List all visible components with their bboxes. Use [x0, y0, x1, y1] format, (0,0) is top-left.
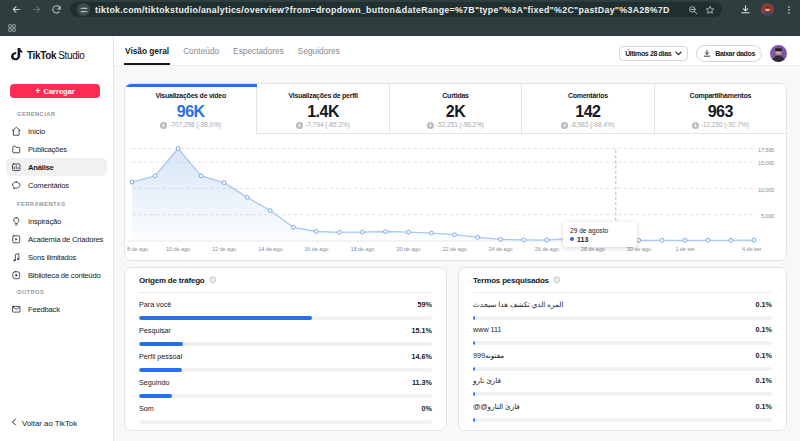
sidebar-item-analise[interactable]: Análise: [6, 158, 107, 176]
apps-grid-icon[interactable]: [7, 23, 17, 33]
academy-icon: [11, 234, 22, 245]
line-chart-svg: 5,00010,00015,00017,5958 de ago10 de ago…: [125, 134, 786, 260]
sidebar-item-inicio[interactable]: Início: [6, 122, 107, 140]
sidebar-item-biblioteca[interactable]: Biblioteca de conteúdo: [6, 266, 107, 284]
metric-card-curtidas[interactable]: Curtidas2K-52,251 (-96.2%): [390, 84, 522, 134]
traffic-row: Perfil pessoal14.6%: [139, 352, 432, 373]
sidebar-item-feedback[interactable]: Feedback: [6, 300, 107, 318]
metric-card-coment-rios[interactable]: Comentários142-8,983 (-98.4%): [522, 84, 654, 134]
posts-icon: [11, 144, 22, 155]
svg-text:22 de ago: 22 de ago: [443, 246, 467, 252]
progress-bar: [139, 394, 432, 399]
decrease-icon: [296, 122, 303, 129]
svg-text:10,000: 10,000: [758, 187, 774, 193]
chevron-down-icon: [675, 51, 682, 56]
traffic-source-card: Origem de tráfego Para você59%Pesquisar1…: [124, 267, 447, 431]
sidebar-item-comentarios[interactable]: Comentários: [6, 176, 107, 194]
svg-text:24 de ago: 24 de ago: [489, 246, 513, 252]
overview-panel: Visualizações de vídeo96K-707,298 (-88.0…: [124, 83, 787, 261]
metric-card-compartilhamentos[interactable]: Compartilhamentos963-12,250 (-92.7%): [655, 84, 786, 134]
tab-seguidores[interactable]: Seguidores: [297, 36, 341, 65]
download-icon: [703, 49, 711, 58]
browser-menu-icon[interactable]: [784, 5, 794, 15]
progress-bar: [473, 367, 772, 371]
search-term-row: مفتونه9990.1%: [473, 351, 772, 371]
progress-bar: [473, 316, 772, 320]
download-data-button[interactable]: Baixar dados: [696, 45, 762, 62]
browser-profile-avatar[interactable]: [761, 3, 774, 16]
content-library-icon: [11, 270, 22, 281]
tab-vis-o-geral[interactable]: Visão geral: [124, 36, 170, 65]
svg-text:4 de set: 4 de set: [742, 246, 762, 252]
svg-text:18 de ago: 18 de ago: [350, 246, 374, 252]
svg-text:15,000: 15,000: [758, 160, 774, 166]
sidebar-nav: GERENCIARInícioPublicaçõesAnáliseComentá…: [0, 98, 113, 441]
nav-section-label: OUTROS: [17, 288, 107, 296]
back-to-tiktok-link[interactable]: Voltar ao TikTok: [0, 418, 113, 428]
sidebar-item-academia[interactable]: Academia de Criadores: [6, 230, 107, 248]
svg-text:5,000: 5,000: [761, 213, 774, 219]
zoom-icon[interactable]: [688, 5, 698, 15]
url-text[interactable]: tiktok.com/tiktokstudio/analytics/overvi…: [95, 5, 682, 15]
chevron-left-icon: [11, 418, 17, 428]
upload-button[interactable]: +Carregar: [10, 84, 100, 98]
browser-back-icon[interactable]: [10, 2, 22, 18]
sidebar-item-inspiracao[interactable]: Inspiração: [6, 212, 107, 230]
page-header: Visão geralConteúdoEspectadoresSeguidore…: [114, 36, 800, 66]
sidebar: TikTokStudio +Carregar GERENCIARInícioPu…: [0, 36, 114, 441]
search-term-row: قارئ تارو0.1%: [473, 376, 772, 396]
traffic-row: Pesquisar15.1%: [139, 326, 432, 347]
info-icon[interactable]: [209, 276, 217, 284]
chart-tooltip: 29 de agosto 113: [563, 222, 637, 247]
svg-text:16 de ago: 16 de ago: [304, 246, 328, 252]
sidebar-item-sons[interactable]: Sons ilimitados: [6, 248, 107, 266]
metric-card-visualiza-es-de-perfil[interactable]: Visualizações de perfil1.4K-7,794 (-85.2…: [257, 84, 389, 134]
logo-wordmark: TikTokStudio: [27, 50, 84, 61]
traffic-row: Para você59%: [139, 300, 432, 321]
analytics-icon: [11, 162, 22, 173]
info-icon[interactable]: [553, 276, 561, 284]
search-term-row: www 1110.1%: [473, 325, 772, 345]
browser-reload-icon[interactable]: [50, 2, 62, 18]
metric-card-visualiza-es-de-v-deo[interactable]: Visualizações de vídeo96K-707,298 (-88.0…: [125, 84, 257, 134]
bookmarks-bar: [0, 19, 800, 36]
nav-section-label: GERENCIAR: [17, 110, 107, 118]
svg-text:12 de ago: 12 de ago: [212, 246, 236, 252]
metric-strip: Visualizações de vídeo96K-707,298 (-88.0…: [125, 84, 786, 134]
tiktok-studio-logo[interactable]: TikTokStudio: [0, 36, 113, 66]
tiktok-note-icon: [11, 48, 24, 63]
progress-bar: [139, 368, 432, 373]
svg-text:8 de ago: 8 de ago: [127, 246, 148, 252]
svg-text:17,595: 17,595: [758, 147, 774, 153]
progress-bar: [473, 418, 772, 422]
progress-bar: [473, 392, 772, 396]
search-terms-card: Termos pesquisados المره الذي تكشف هذا س…: [458, 267, 787, 431]
browser-toolbar: tiktok.com/tiktokstudio/analytics/overvi…: [0, 0, 800, 19]
tab-conte-do[interactable]: Conteúdo: [182, 36, 220, 65]
downloads-icon[interactable]: [740, 4, 751, 15]
plus-icon: +: [35, 86, 40, 96]
nav-section-label: FERRAMENTAS: [17, 200, 107, 208]
analytics-tabs: Visão geralConteúdoEspectadoresSeguidore…: [124, 36, 353, 65]
sidebar-item-publicacoes[interactable]: Publicações: [6, 140, 107, 158]
site-settings-icon[interactable]: [77, 3, 90, 16]
progress-bar: [473, 341, 772, 345]
decrease-icon: [561, 122, 568, 129]
decrease-icon: [427, 122, 434, 129]
svg-text:10 de ago: 10 de ago: [166, 246, 190, 252]
lightbulb-icon: [11, 216, 22, 227]
svg-text:14 de ago: 14 de ago: [258, 246, 282, 252]
comments-icon: [11, 180, 22, 191]
browser-forward-icon[interactable]: [30, 2, 42, 18]
tab-espectadores[interactable]: Espectadores: [232, 36, 285, 65]
progress-bar: [139, 316, 432, 321]
svg-text:1 de set: 1 de set: [675, 246, 695, 252]
decrease-icon: [160, 122, 167, 129]
address-bar[interactable]: tiktok.com/tiktokstudio/analytics/overvi…: [70, 2, 722, 17]
home-icon: [11, 126, 22, 137]
browser-chrome: tiktok.com/tiktokstudio/analytics/overvi…: [0, 0, 800, 36]
date-range-button[interactable]: Últimos 28 dias: [619, 46, 688, 61]
decrease-icon: [692, 122, 699, 129]
account-avatar[interactable]: [770, 45, 787, 62]
bookmark-star-icon[interactable]: [705, 5, 715, 15]
